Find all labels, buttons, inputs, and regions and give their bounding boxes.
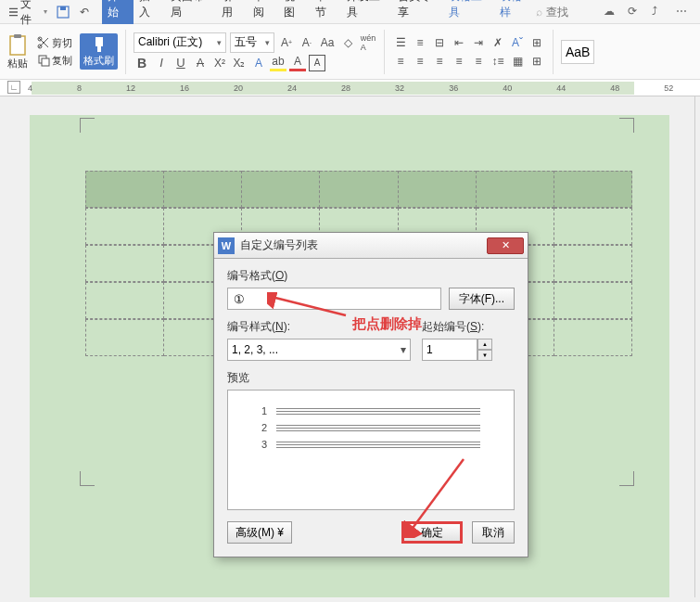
font-family-select[interactable]: Calibri (正文) <box>134 32 226 53</box>
ruler-marks: 48121620242832364044485256 <box>28 83 700 93</box>
start-number-spinner[interactable]: ▲ ▼ <box>422 339 515 361</box>
clipboard-icon <box>6 32 30 57</box>
font-color-button[interactable]: A <box>289 55 306 71</box>
right-sidebar-edge <box>694 96 700 597</box>
text-effects-button[interactable]: A <box>250 55 267 71</box>
paste-button[interactable]: 粘贴 <box>6 32 30 70</box>
preview-box: 1 2 3 <box>227 390 515 510</box>
file-menu[interactable]: 文件 ▾ <box>4 0 53 30</box>
tab-member[interactable]: 会员专享 <box>392 0 443 24</box>
paste-label: 粘贴 <box>7 57 28 70</box>
svg-rect-2 <box>10 36 25 55</box>
qat-save-icon[interactable] <box>56 4 71 20</box>
tab-settings-button[interactable]: ⊞ <box>528 34 545 51</box>
margin-corner-bl <box>80 471 95 486</box>
tab-table-style[interactable]: 表格样 <box>494 0 535 24</box>
align-right-button[interactable]: ≡ <box>431 53 448 70</box>
dialog-title-text: 自定义编号列表 <box>240 237 318 253</box>
margin-corner-br <box>619 471 634 486</box>
tab-developer[interactable]: 开发工具 <box>341 0 392 24</box>
tab-references[interactable]: 引用 <box>216 0 248 24</box>
svg-rect-3 <box>14 34 21 38</box>
svg-rect-7 <box>42 58 49 66</box>
font-button[interactable]: 字体(F)... <box>449 288 515 310</box>
char-border-button[interactable]: A <box>309 55 325 71</box>
more-icon[interactable]: ⋯ <box>676 5 691 19</box>
copy-button[interactable]: 复制 <box>35 53 74 69</box>
spinner-up-button[interactable]: ▲ <box>477 339 492 350</box>
multilevel-button[interactable]: ⊟ <box>431 34 448 51</box>
format-painter-button[interactable]: 格式刷 <box>80 33 118 70</box>
tab-sections[interactable]: 章节 <box>310 0 341 24</box>
search-box[interactable]: ⌕ <box>536 6 592 19</box>
tab-table-tools[interactable]: 表格工具 <box>443 0 494 24</box>
horizontal-ruler[interactable]: ∟ 48121620242832364044485256 <box>0 80 700 96</box>
ribbon-tabs: 开始 插入 页面布局 引用 审阅 视图 章节 开发工具 会员专享 表格工具 表格… <box>102 0 536 24</box>
svg-rect-1 <box>60 6 66 10</box>
cloud-icon[interactable]: ☁ <box>604 5 618 19</box>
tab-stop-marker[interactable]: ∟ <box>7 81 20 94</box>
line-spacing-button[interactable]: ↕≡ <box>490 53 506 70</box>
table-row[interactable] <box>85 171 632 208</box>
tab-home[interactable]: 开始 <box>102 0 134 24</box>
sync-icon[interactable]: ⟳ <box>628 5 643 19</box>
qat-undo-icon[interactable]: ↶ <box>77 4 93 20</box>
superscript-button[interactable]: X² <box>211 55 228 71</box>
dialog-footer: 高级(M) ¥ 确定 取消 <box>227 521 515 547</box>
increase-font-icon[interactable]: A+ <box>278 34 295 51</box>
search-icon: ⌕ <box>536 6 542 19</box>
show-marks-button[interactable]: Aˇ <box>509 34 526 51</box>
increase-indent-button[interactable]: ⇥ <box>470 34 487 51</box>
sort-button[interactable]: ✗ <box>490 34 506 51</box>
borders-button[interactable]: ⊞ <box>528 53 545 70</box>
underline-button[interactable]: U <box>172 55 189 71</box>
number-style-select[interactable]: 1, 2, 3, ... <box>227 339 411 361</box>
shading-button[interactable]: ▦ <box>509 53 526 70</box>
decrease-indent-button[interactable]: ⇤ <box>451 34 467 51</box>
style-gallery[interactable]: AaB <box>561 40 594 64</box>
tab-insert[interactable]: 插入 <box>134 0 165 24</box>
number-format-input[interactable] <box>227 288 441 310</box>
dialog-titlebar[interactable]: W 自定义编号列表 ✕ <box>214 233 528 259</box>
highlight-button[interactable]: ab <box>270 55 286 71</box>
subscript-button[interactable]: X₂ <box>231 55 248 71</box>
phonetic-icon[interactable]: wénA <box>360 34 376 51</box>
numbering-button[interactable]: ≡ <box>412 34 428 51</box>
search-input[interactable] <box>546 6 592 19</box>
cut-button[interactable]: 剪切 <box>35 35 74 51</box>
decrease-font-icon[interactable]: A- <box>299 34 315 51</box>
custom-numbering-dialog: W 自定义编号列表 ✕ 编号格式(O) 字体(F)... 编号样式(N): 1,… <box>213 232 528 557</box>
style-label: 编号样式(N): <box>227 319 411 335</box>
share-icon[interactable]: ⤴ <box>652 5 667 19</box>
font-size-select[interactable]: 五号 <box>230 32 274 53</box>
change-case-icon[interactable]: Aa <box>319 34 336 51</box>
top-right-icons: ☁ ⟳ ⤴ ⋯ <box>604 5 691 19</box>
spinner-down-button[interactable]: ▼ <box>477 350 492 361</box>
menu-bar: 文件 ▾ ↶ 开始 插入 页面布局 引用 审阅 视图 章节 开发工具 会员专享 … <box>0 0 700 24</box>
format-painter-label: 格式刷 <box>83 54 114 68</box>
start-number-input[interactable] <box>422 339 477 361</box>
distribute-button[interactable]: ≡ <box>470 53 487 70</box>
align-center-button[interactable]: ≡ <box>412 53 428 70</box>
bold-button[interactable]: B <box>134 55 150 71</box>
app-icon: W <box>218 237 235 254</box>
cancel-button[interactable]: 取消 <box>472 521 515 544</box>
ok-button[interactable]: 确定 <box>401 521 463 544</box>
advanced-button[interactable]: 高级(M) ¥ <box>227 521 292 544</box>
align-justify-button[interactable]: ≡ <box>451 53 467 70</box>
tab-layout[interactable]: 页面布局 <box>165 0 216 24</box>
bullets-button[interactable]: ☰ <box>392 34 409 51</box>
margin-corner-tl <box>80 118 95 133</box>
italic-button[interactable]: I <box>153 55 170 71</box>
align-left-button[interactable]: ≡ <box>392 53 409 70</box>
copy-icon <box>37 54 50 67</box>
close-button[interactable]: ✕ <box>487 237 524 254</box>
tab-view[interactable]: 视图 <box>278 0 310 24</box>
clear-format-icon[interactable]: ◇ <box>339 34 356 51</box>
file-menu-label: 文件 <box>20 0 41 28</box>
chevron-down-icon: ▾ <box>44 7 47 16</box>
tab-review[interactable]: 审阅 <box>248 0 279 24</box>
ribbon: 粘贴 剪切 复制 格式刷 Calibri (正文) 五号 A+ A- Aa ◇ … <box>0 24 700 80</box>
strike-button[interactable]: A <box>192 55 209 71</box>
start-label: 起始编号(S): <box>422 319 515 335</box>
